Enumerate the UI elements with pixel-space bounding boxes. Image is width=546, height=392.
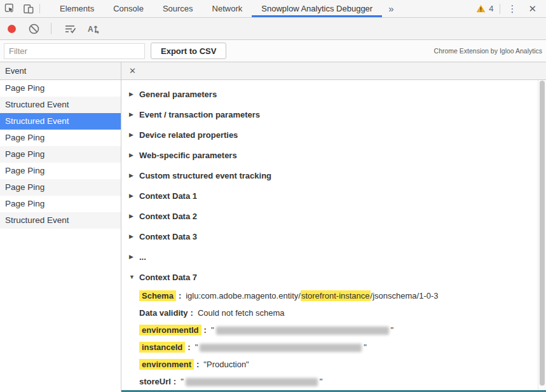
console-warnings-button[interactable]: 4: [471, 4, 498, 13]
filter-input[interactable]: [4, 43, 145, 59]
section-label: Custom structured event tracking: [139, 171, 271, 180]
event-list-header: Event: [0, 62, 121, 80]
svg-text:A: A: [88, 25, 93, 34]
context-data-7-rows: Schema : iglu:com.adobe.magento.entity/s…: [129, 287, 533, 390]
instance-id-key: instanceId: [139, 342, 185, 353]
event-details-panel: ✕ General parameters Event / transaction…: [121, 62, 546, 392]
export-csv-button[interactable]: Export to CSV: [151, 43, 226, 59]
chevron-right-icon: [129, 111, 136, 118]
section-general-parameters[interactable]: General parameters: [129, 84, 533, 104]
list-item-structured-event[interactable]: Structured Event: [0, 97, 121, 113]
warning-icon: [476, 4, 486, 13]
extension-credit: Chrome Extension by Igloo Analytics: [434, 47, 543, 55]
section-web-specific-parameters[interactable]: Web-specific parameters: [129, 145, 533, 165]
chevron-right-icon: [129, 253, 136, 260]
section-context-data-3[interactable]: Context Data 3: [129, 226, 533, 247]
schema-row: Schema : iglu:com.adobe.magento.entity/s…: [129, 287, 533, 304]
toolbar-divider: [51, 23, 51, 34]
chevron-right-icon: [129, 152, 136, 158]
clear-events-icon[interactable]: [29, 24, 39, 34]
section-label: Context Data 1: [139, 191, 197, 201]
filter-row: Export to CSV Chrome Extension by Igloo …: [0, 40, 546, 62]
redacted-value: [200, 344, 362, 352]
section-context-data-1[interactable]: Context Data 1: [129, 186, 533, 206]
device-toolbar-icon[interactable]: [19, 0, 38, 17]
schema-value: iglu:com.adobe.magento.entity/storefront…: [186, 291, 438, 301]
environment-id-key: environmentId: [139, 325, 201, 335]
section-label: Context Data 7: [139, 273, 197, 282]
chevron-right-icon: [129, 132, 136, 138]
instance-id-value: "": [195, 342, 367, 352]
schema-key: Schema: [139, 290, 176, 301]
devtools-tabbar: Elements Console Sources Network Snowplo…: [0, 0, 546, 18]
tab-sources[interactable]: Sources: [153, 0, 203, 17]
list-item-page-ping[interactable]: Page Ping: [0, 146, 121, 163]
list-item-page-ping[interactable]: Page Ping: [0, 130, 121, 146]
list-item-page-ping[interactable]: Page Ping: [0, 179, 121, 196]
tab-snowplow-analytics-debugger[interactable]: Snowplow Analytics Debugger: [252, 0, 382, 17]
section-context-data-2[interactable]: Context Data 2: [129, 206, 533, 226]
schema-value-highlight: storefront-instance: [301, 290, 371, 301]
environment-id-row: environmentId : "": [129, 321, 533, 339]
section-label: General parameters: [139, 90, 217, 99]
store-url-value: "": [181, 377, 322, 386]
section-label: Device related properties: [139, 130, 238, 140]
list-item-page-ping[interactable]: Page Ping: [0, 196, 121, 212]
data-validity-row: Data validity : Could not fetch schema: [129, 304, 533, 321]
environment-value: "Production": [203, 360, 249, 369]
section-device-related-properties[interactable]: Device related properties: [129, 125, 533, 145]
tab-elements[interactable]: Elements: [50, 0, 104, 17]
separator: :: [179, 291, 181, 301]
filter-list-check-icon[interactable]: [64, 24, 77, 34]
section-context-data-7[interactable]: Context Data 7: [129, 267, 533, 287]
section-label: Web-specific parameters: [139, 151, 237, 160]
tab-console[interactable]: Console: [104, 0, 153, 17]
inspect-element-icon[interactable]: [0, 0, 19, 17]
separator: :: [191, 308, 193, 318]
chevron-down-icon: [129, 274, 136, 280]
details-scrollbar[interactable]: [538, 80, 546, 392]
section-label: Context Data 3: [139, 232, 197, 241]
details-body: General parameters Event / transaction p…: [121, 80, 546, 390]
more-tabs-icon[interactable]: »: [382, 0, 400, 17]
list-item-page-ping[interactable]: Page Ping: [0, 80, 121, 97]
tabbar-right-controls: 4 ⋮ ✕: [471, 0, 546, 17]
environment-key: environment: [139, 359, 194, 370]
devtools-tabs: Elements Console Sources Network Snowplo…: [50, 0, 382, 17]
section-label: Event / transaction parameters: [139, 110, 260, 119]
separator: :: [188, 342, 190, 352]
warning-count: 4: [489, 4, 493, 13]
section-label: Context Data 2: [139, 212, 197, 221]
devtools-menu-icon[interactable]: ⋮: [502, 3, 522, 15]
separator: :: [174, 377, 176, 386]
scrollbar-thumb[interactable]: [540, 81, 545, 386]
tab-network[interactable]: Network: [203, 0, 252, 17]
list-item-structured-event[interactable]: Structured Event: [0, 212, 121, 229]
chevron-right-icon: [129, 91, 136, 97]
environment-id-value: "": [211, 325, 393, 335]
list-item-structured-event-selected[interactable]: Structured Event: [0, 113, 121, 130]
record-icon[interactable]: [8, 25, 16, 33]
sort-alpha-icon[interactable]: A: [87, 23, 101, 34]
section-label: ...: [139, 252, 146, 262]
devtools-close-icon[interactable]: ✕: [522, 3, 542, 15]
data-validity-value: Could not fetch schema: [198, 308, 285, 318]
tabbar-divider: [39, 4, 40, 13]
close-details-icon[interactable]: ✕: [129, 66, 136, 76]
details-header: ✕: [121, 62, 546, 80]
debugger-toolbar: A: [0, 18, 546, 40]
store-url-row: storeUrl : "": [129, 373, 533, 390]
separator: :: [196, 360, 199, 369]
redacted-value: [186, 378, 318, 386]
section-custom-structured-event-tracking[interactable]: Custom structured event tracking: [129, 165, 533, 186]
list-item-page-ping[interactable]: Page Ping: [0, 163, 121, 179]
main-panel: Event Page Ping Structured Event Structu…: [0, 62, 546, 392]
section-ellipsis[interactable]: ...: [129, 247, 533, 267]
tabbar-divider: [500, 4, 500, 14]
separator: :: [204, 325, 207, 335]
environment-row: environment : "Production": [129, 356, 533, 373]
section-event-transaction-parameters[interactable]: Event / transaction parameters: [129, 104, 533, 125]
store-url-key: storeUrl: [139, 377, 171, 386]
instance-id-row: instanceId : "": [129, 339, 533, 356]
redacted-value: [216, 327, 389, 335]
